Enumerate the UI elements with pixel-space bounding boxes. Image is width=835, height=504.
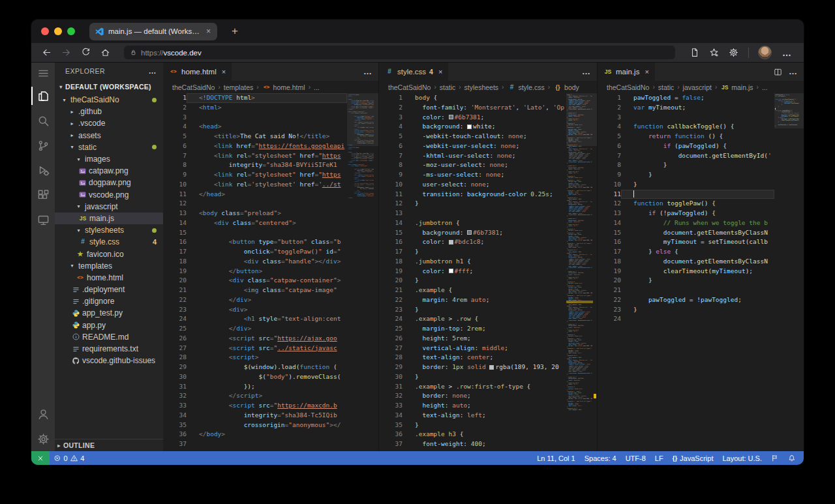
breadcrumb-item[interactable]: theCatSaidNo: [607, 83, 649, 91]
tree-item-favicon.ico[interactable]: ★favicon.ico: [55, 248, 163, 259]
tree-item-images[interactable]: ▾images: [55, 153, 163, 165]
more-actions-icon[interactable]: …: [363, 69, 372, 74]
editor-tab-home-html[interactable]: <>home.html×: [163, 63, 232, 81]
minimap-slider[interactable]: [774, 93, 804, 128]
code-area[interactable]: 1pawToggled = false;2var myTimeout;34fun…: [598, 93, 774, 451]
minimap[interactable]: <!DOCTYPE html><html><head> <title>The C…: [347, 93, 378, 451]
tree-item-requirements.txt[interactable]: requirements.txt: [55, 343, 163, 355]
tree-item-static[interactable]: ▾static: [55, 141, 163, 153]
tree-item-vscode.png[interactable]: vscode.png: [55, 189, 163, 201]
status-lf[interactable]: LF: [650, 451, 668, 465]
breadcrumb-item[interactable]: #style.css: [507, 83, 544, 92]
tab-close-icon[interactable]: ×: [205, 27, 212, 36]
tree-item-home.html[interactable]: <>home.html: [55, 272, 163, 284]
breadcrumb-item[interactable]: {}body: [553, 83, 579, 92]
status-javascript[interactable]: {}JavaScript: [668, 451, 718, 465]
code-area[interactable]: 1body {2 font-family: 'Montserrat', 'Lat…: [379, 93, 566, 451]
minimap-slider[interactable]: [347, 93, 378, 146]
tree-item-label: .gitignore: [82, 297, 114, 306]
tree-item-.deployment[interactable]: .deployment: [55, 284, 163, 295]
tree-item-app_test.py[interactable]: app_test.py: [55, 307, 163, 319]
browser-tab[interactable]: main.js — default (Workspace) ×: [89, 23, 217, 40]
address-bar[interactable]: https://vscode.dev: [124, 46, 675, 59]
code-line: 4function callbackToggle() {: [598, 122, 774, 132]
browser-extensions-icon[interactable]: [725, 45, 742, 61]
minimap[interactable]: pawToggled = false;var myTimeout;functio…: [774, 93, 804, 451]
tree-item-assets[interactable]: ▸assets: [55, 130, 163, 141]
zoom-window-button[interactable]: [67, 27, 75, 35]
tree-item-.vscode[interactable]: ▸.vscode: [55, 117, 163, 129]
more-actions-icon[interactable]: …: [789, 69, 798, 74]
more-actions-icon[interactable]: …: [582, 69, 591, 74]
new-tab-button[interactable]: +: [228, 25, 242, 38]
breadcrumb-item[interactable]: templates: [224, 83, 254, 91]
remote-indicator[interactable]: [31, 451, 50, 465]
tree-item-catpaw.png[interactable]: catpaw.png: [55, 165, 163, 177]
problems-status[interactable]: 0 4: [50, 451, 88, 465]
forward-button[interactable]: [57, 45, 74, 61]
profile-avatar[interactable]: [758, 46, 772, 59]
favorite-star-icon[interactable]: [705, 45, 722, 61]
editor-tab-style-css[interactable]: #style.css4×: [379, 63, 449, 81]
extensions-icon[interactable]: [31, 183, 55, 207]
home-button[interactable]: [97, 45, 114, 61]
close-icon[interactable]: ×: [438, 68, 442, 76]
breadcrumb-item[interactable]: <>home.html: [262, 83, 305, 92]
breadcrumb-item[interactable]: static: [440, 83, 456, 91]
close-icon[interactable]: ×: [645, 68, 648, 76]
outline-section-header[interactable]: ▸ OUTLINE: [55, 439, 163, 451]
menu-icon[interactable]: [31, 63, 55, 83]
status-layout-u-s-[interactable]: Layout: U.S.: [718, 451, 767, 465]
minimap[interactable]: body { font-family: 'Montserrat', 'Lato'…: [566, 93, 597, 451]
tree-item-README.md[interactable]: README.md: [55, 331, 163, 343]
account-icon[interactable]: [31, 402, 55, 426]
explorer-icon[interactable]: [31, 83, 55, 108]
tree-item-stylesheets[interactable]: ▾stylesheets: [55, 224, 163, 236]
tree-item-app.py[interactable]: app.py: [55, 319, 163, 331]
breadcrumb-item[interactable]: ...: [314, 83, 320, 91]
code-area[interactable]: 1<!DOCTYPE html>2<html>34<head>5 <title>…: [163, 93, 347, 451]
search-icon[interactable]: [31, 108, 55, 133]
breadcrumb-item[interactable]: JSmain.js: [720, 83, 753, 92]
status-utf-8[interactable]: UTF-8: [621, 451, 650, 465]
breadcrumb-item[interactable]: ...: [762, 83, 768, 91]
color-swatch: [449, 269, 453, 273]
code-line: 1<!DOCTYPE html>: [163, 93, 347, 103]
problems-badge: 4: [153, 238, 157, 246]
split-editor-icon[interactable]: [774, 68, 782, 76]
tree-item-label: templates: [78, 261, 112, 271]
breadcrumb-item[interactable]: theCatSaidNo: [388, 83, 431, 91]
minimap-slider[interactable]: [566, 93, 597, 146]
explorer-more-button[interactable]: …: [149, 67, 157, 76]
browser-menu-button[interactable]: …: [777, 48, 797, 58]
close-icon[interactable]: ×: [222, 68, 226, 76]
workspace-section-header[interactable]: ▾ DEFAULT (WORKSPACE): [55, 80, 163, 94]
tree-item-.gitignore[interactable]: .gitignore: [55, 295, 163, 307]
status-feedback-icon[interactable]: [767, 451, 783, 465]
tree-item-theCatSaidNo[interactable]: ▾theCatSaidNo: [55, 94, 163, 106]
tree-item-javascript[interactable]: ▾javascript: [55, 201, 163, 213]
tree-item-templates[interactable]: ▾templates: [55, 260, 163, 272]
breadcrumb-item[interactable]: javascript: [683, 83, 712, 91]
remote-icon[interactable]: [31, 207, 55, 232]
debug-icon[interactable]: [31, 158, 55, 183]
status-ln-11-col-1[interactable]: Ln 11, Col 1: [532, 451, 580, 465]
tree-item-style.css[interactable]: #style.css4: [55, 236, 163, 248]
status-spaces-4[interactable]: Spaces: 4: [580, 451, 621, 465]
editor-tab-main-js[interactable]: JSmain.js×: [598, 63, 656, 81]
source-control-icon[interactable]: [31, 133, 55, 158]
status-bell-icon[interactable]: [783, 451, 800, 465]
collections-icon[interactable]: [686, 45, 703, 61]
tree-item-vscode.github-issues[interactable]: vscode.github-issues: [55, 355, 163, 366]
refresh-button[interactable]: [77, 45, 94, 61]
minimize-window-button[interactable]: [54, 27, 62, 35]
tree-item-dogpaw.png[interactable]: dogpaw.png: [55, 177, 163, 188]
tree-item-.github[interactable]: ▸.github: [55, 106, 163, 117]
settings-icon[interactable]: [31, 426, 55, 451]
tree-item-main.js[interactable]: JSmain.js: [55, 213, 163, 224]
breadcrumb-item[interactable]: stylesheets: [464, 83, 499, 91]
breadcrumb-item[interactable]: static: [658, 83, 675, 91]
back-button[interactable]: [38, 45, 55, 61]
close-window-button[interactable]: [41, 27, 49, 35]
breadcrumb-item[interactable]: theCatSaidNo: [172, 83, 215, 91]
